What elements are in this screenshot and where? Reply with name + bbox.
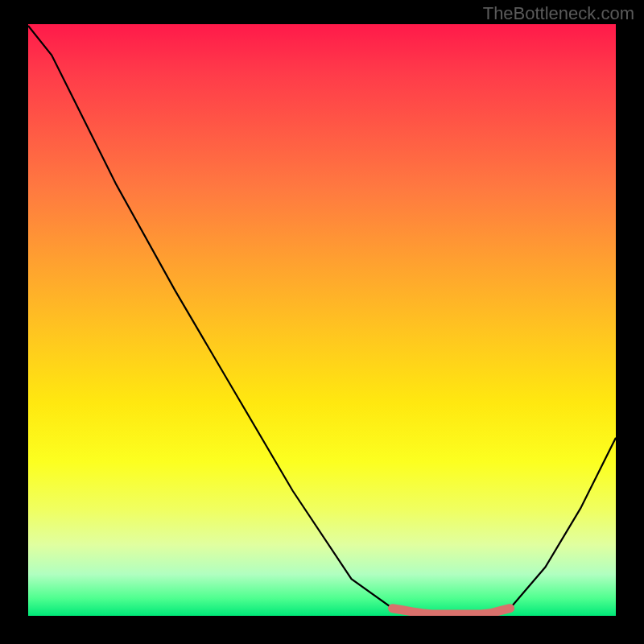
bottleneck-curve	[28, 26, 616, 614]
optimal-highlight	[393, 609, 510, 614]
chart-plot-area	[28, 24, 616, 616]
watermark-text: TheBottleneck.com	[483, 3, 634, 24]
chart-svg	[28, 24, 616, 616]
